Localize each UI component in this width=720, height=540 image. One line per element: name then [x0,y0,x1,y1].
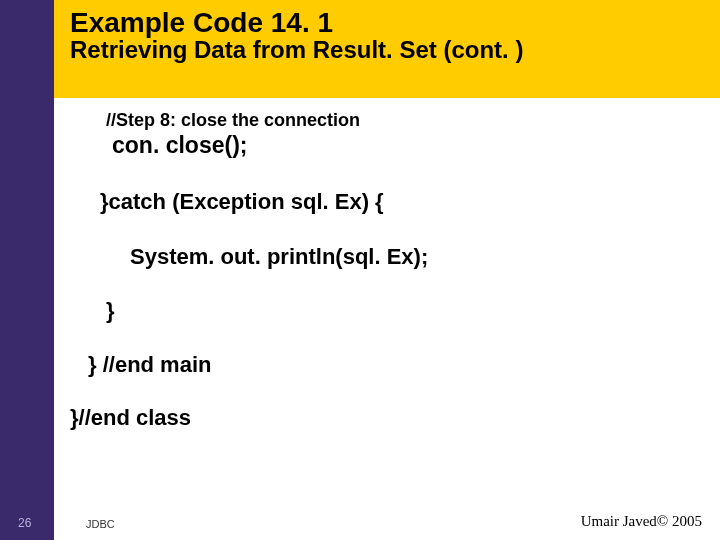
corner-accent [0,0,54,98]
slide-content: //Step 8: close the connection con. clos… [70,110,700,490]
footer-label: JDBC [86,518,115,530]
page-number: 26 [18,516,31,530]
code-comment-step8: //Step 8: close the connection [106,110,700,132]
code-end-class: }//end class [70,405,700,431]
slide-subtitle: Retrieving Data from Result. Set (cont. … [70,37,708,63]
slide: Example Code 14. 1 Retrieving Data from … [0,0,720,540]
title-band: Example Code 14. 1 Retrieving Data from … [54,0,720,98]
code-catch: }catch (Exception sql. Ex) { [100,189,700,215]
slide-title: Example Code 14. 1 [70,8,708,37]
copyright: Umair Javed© 2005 [581,513,702,530]
code-end-main: } //end main [88,352,700,378]
code-close-brace: } [106,298,700,324]
code-println: System. out. println(sql. Ex); [130,244,700,270]
footer: 26 JDBC Umair Javed© 2005 [0,504,720,540]
code-con-close: con. close(); [112,132,700,160]
